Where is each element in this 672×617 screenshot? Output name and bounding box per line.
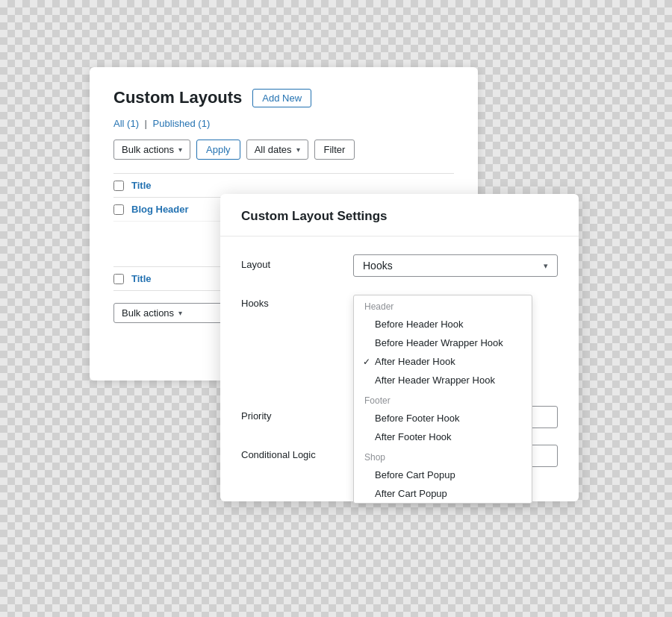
row-title[interactable]: Blog Header [131, 204, 189, 215]
dropdown-item-after-header-wrapper-hook[interactable]: After Header Wrapper Hook [354, 371, 532, 389]
layout-form-row: Layout Hooks ▾ [241, 254, 558, 277]
page-title: Custom Layouts [113, 88, 242, 107]
status-published-link[interactable]: Published (1) [153, 118, 211, 129]
hooks-label: Hooks [241, 293, 338, 309]
title-column-header: Title [131, 180, 152, 191]
filter-button[interactable]: Filter [314, 140, 355, 160]
layout-label: Layout [241, 254, 338, 270]
add-new-button[interactable]: Add New [252, 89, 311, 107]
layout-select-chevron-icon: ▾ [544, 261, 548, 271]
hooks-form-row: Hooks Header Before Header Hook Before H… [241, 293, 558, 309]
bulk-actions-bottom-chevron-icon: ▾ [178, 309, 182, 317]
dropdown-item-after-footer-hook[interactable]: After Footer Hook [354, 427, 532, 446]
select-all-checkbox[interactable] [113, 181, 124, 191]
modal-panel: Custom Layout Settings Layout Hooks ▾ Ho… [220, 194, 579, 501]
filter-bar: Bulk actions ▾ Apply All dates ▾ Filter [113, 140, 454, 160]
bulk-actions-chevron-icon: ▾ [178, 145, 182, 154]
priority-label: Priority [241, 406, 338, 422]
status-all-link[interactable]: All (1) [113, 118, 142, 129]
layout-select[interactable]: Hooks ▾ [353, 254, 558, 277]
header-group-label: Header [354, 295, 532, 315]
modal-title: Custom Layout Settings [241, 209, 558, 224]
dropdown-item-before-footer-hook[interactable]: Before Footer Hook [354, 409, 532, 427]
status-filter-links: All (1) | Published (1) [113, 118, 454, 129]
title-column-header-2: Title [131, 273, 152, 284]
footer-group-label: Footer [354, 389, 532, 409]
modal-body: Layout Hooks ▾ Hooks Header Before Heade… [220, 237, 579, 501]
shop-group-label: Shop [354, 446, 532, 466]
hooks-dropdown-list: Header Before Header Hook Before Header … [353, 295, 532, 504]
apply-button[interactable]: Apply [196, 140, 240, 160]
row-checkbox[interactable] [113, 204, 124, 215]
select-all-checkbox-2[interactable] [113, 274, 124, 284]
bulk-actions-dropdown[interactable]: Bulk actions ▾ [113, 140, 190, 160]
all-dates-dropdown[interactable]: All dates ▾ [246, 140, 308, 160]
conditional-logic-label: Conditional Logic [241, 445, 338, 460]
dropdown-item-before-header-hook[interactable]: Before Header Hook [354, 315, 532, 333]
all-dates-chevron-icon: ▾ [296, 145, 300, 154]
layout-control-wrap: Hooks ▾ [353, 254, 558, 277]
dropdown-item-after-cart-popup[interactable]: After Cart Popup [354, 484, 532, 503]
panel-title-row: Custom Layouts Add New [113, 88, 454, 107]
modal-header: Custom Layout Settings [220, 194, 579, 237]
bulk-actions-bottom-dropdown[interactable]: Bulk actions ▾ [113, 303, 233, 323]
dropdown-item-after-header-hook[interactable]: After Header Hook [354, 352, 532, 371]
status-separator: | [145, 118, 147, 129]
dropdown-item-before-header-wrapper-hook[interactable]: Before Header Wrapper Hook [354, 333, 532, 352]
dropdown-item-before-cart-popup[interactable]: Before Cart Popup [354, 466, 532, 484]
